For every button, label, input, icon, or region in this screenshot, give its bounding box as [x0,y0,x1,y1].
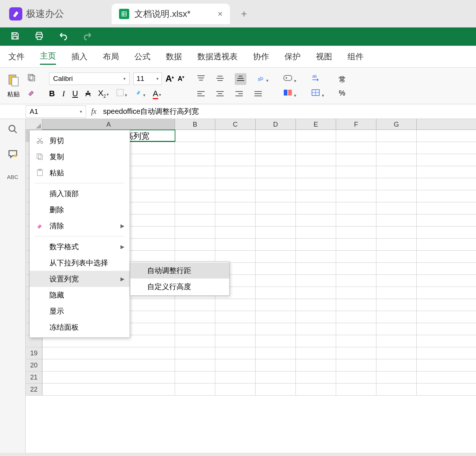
cell[interactable] [215,190,256,202]
grow-font-button[interactable]: A▴ [166,74,174,84]
cell[interactable] [336,275,376,287]
cell[interactable] [376,166,417,178]
paste-button[interactable]: 粘贴 [7,73,21,98]
new-tab-button[interactable]: + [241,8,247,20]
cell[interactable] [175,142,215,154]
align-right-button[interactable] [235,90,243,99]
menu-formula[interactable]: 公式 [134,49,150,64]
cell[interactable] [175,347,215,359]
cell[interactable] [175,178,215,190]
cell[interactable] [376,178,417,190]
row-header[interactable]: 21 [26,371,42,383]
cell[interactable] [336,239,376,250]
cell[interactable] [175,154,215,166]
number-format-label[interactable]: 常 [339,75,346,85]
cell[interactable] [256,263,296,274]
search-icon[interactable] [8,124,18,136]
cell[interactable] [336,154,376,166]
name-box[interactable]: A1▾ [26,105,86,118]
cell[interactable] [256,299,296,311]
cell[interactable] [296,142,336,154]
cell[interactable] [296,263,336,274]
cell[interactable] [215,239,256,250]
ctx-insert-top[interactable]: 插入顶部 [30,186,130,202]
cell[interactable] [175,371,215,383]
col-header-g[interactable]: G [376,119,417,130]
col-header-b[interactable]: B [175,119,215,130]
ctx-delete[interactable]: 删除 [30,202,130,218]
align-bottom-button[interactable] [235,73,246,85]
cell[interactable] [175,251,215,262]
col-header-e[interactable]: E [296,119,336,130]
cell[interactable] [376,130,417,142]
cell[interactable] [256,287,296,299]
cell[interactable] [42,359,175,371]
document-tab[interactable]: 文档说明.xlsx* × [112,4,230,24]
underline-button[interactable]: U [72,89,78,98]
align-justify-button[interactable] [254,90,263,99]
cell[interactable] [296,299,336,311]
formula-input[interactable]: speedoffice自动调整行高列宽 [101,105,476,118]
cell[interactable] [175,239,215,250]
cell[interactable] [336,142,376,154]
cell[interactable] [215,323,256,335]
cell[interactable] [376,371,417,383]
cell[interactable] [215,347,256,359]
cell[interactable] [376,227,417,238]
font-name-select[interactable]: Calibri▾ [49,72,130,85]
ctx-hide[interactable]: 隐藏 [30,287,130,303]
cell[interactable] [296,335,336,347]
cell[interactable] [336,166,376,178]
cell[interactable] [336,263,376,274]
cell[interactable] [175,323,215,335]
ctx-number-format[interactable]: 数字格式▶ [30,239,130,255]
cell[interactable] [296,323,336,335]
menu-home[interactable]: 主页 [40,48,56,65]
align-middle-button[interactable] [216,75,224,83]
fx-icon[interactable]: fx [91,107,96,116]
align-center-button[interactable] [216,90,224,99]
cell[interactable] [296,178,336,190]
cell[interactable] [256,227,296,238]
cell[interactable] [376,323,417,335]
cell[interactable] [376,239,417,250]
cell[interactable] [376,190,417,202]
cell[interactable] [336,202,376,214]
cell[interactable] [175,227,215,238]
cell[interactable] [296,275,336,287]
cell[interactable] [215,142,256,154]
cell[interactable] [376,202,417,214]
cell[interactable] [296,214,336,226]
subscript-button[interactable]: X2▾ [98,89,109,99]
cell[interactable] [256,130,296,142]
ctx-clear[interactable]: 清除▶ [30,218,130,234]
cell[interactable] [296,130,336,142]
cell[interactable] [296,154,336,166]
cell[interactable] [376,384,417,395]
save-button[interactable] [10,31,20,42]
cell[interactable] [336,190,376,202]
cell[interactable] [296,347,336,359]
cell[interactable] [296,190,336,202]
cell[interactable] [256,371,296,383]
ctx-set-col-width[interactable]: 设置列宽▶ [30,271,130,287]
cell[interactable] [376,335,417,347]
comments-icon[interactable] [8,149,18,161]
ctx-cut[interactable]: 剪切 [30,132,130,149]
cell[interactable] [175,214,215,226]
cell[interactable] [42,347,175,359]
shrink-font-button[interactable]: A▾ [178,75,184,83]
insert-cells-button[interactable]: ▾ [311,88,324,98]
menu-view[interactable]: 视图 [316,49,332,64]
cell[interactable] [336,347,376,359]
col-header-d[interactable]: D [256,119,296,130]
cell[interactable] [376,251,417,262]
cell[interactable] [336,299,376,311]
named-range-button[interactable]: ▾ [283,74,296,84]
row-header[interactable]: 20 [26,359,42,371]
cell[interactable] [215,359,256,371]
cell[interactable] [215,371,256,383]
cell[interactable] [336,287,376,299]
cell[interactable] [42,384,175,395]
italic-button[interactable]: I [62,89,65,98]
